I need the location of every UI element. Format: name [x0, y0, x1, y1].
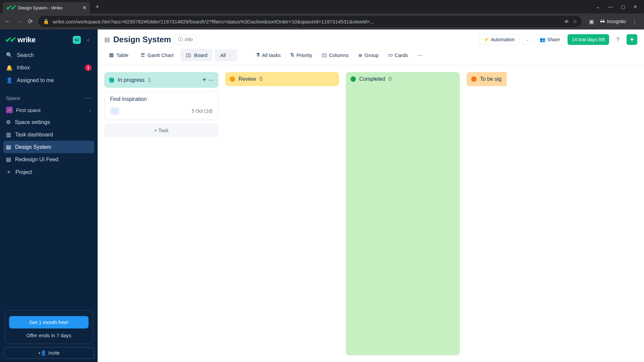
new-tab-button[interactable]: + [93, 2, 102, 11]
filter-all-dropdown[interactable]: All ⌄ [215, 49, 237, 61]
sidebar-item-design-system[interactable]: ▤ Design System [3, 141, 94, 153]
kanban-board: In progress 1 + ⋯ Find Inspiration 📨 5 O… [98, 65, 644, 362]
bookmark-icon[interactable]: ☆ [573, 18, 577, 24]
view-tab-table[interactable]: ▦ Table [104, 49, 133, 61]
browser-menu-icon[interactable]: ⋮ [632, 18, 637, 25]
close-tab-icon[interactable]: ✕ [83, 5, 87, 10]
toolbar-priority[interactable]: ⇅ Priority [287, 50, 316, 60]
share-button[interactable]: 👥 Share [535, 34, 564, 45]
group-icon: ≣ [358, 52, 363, 58]
sidebar-item-task-dashboard[interactable]: ▥ Task dashboard [3, 128, 94, 141]
promo-card: Get 1 month free! Offer ends in 7 days [5, 310, 93, 344]
toolbar-group[interactable]: ≣ Group [355, 50, 382, 60]
sidebar-assigned[interactable]: 👤 Assigned to me [3, 74, 94, 86]
sidebar: ✔✔ wrike SJ ‹ 🔍 Search 🔔 Inbox 1 👤 Assig… [0, 29, 98, 362]
create-button[interactable]: + [627, 34, 637, 45]
extensions-icon[interactable]: ▣ [589, 18, 594, 25]
info-icon: ⓘ [178, 37, 183, 43]
invite-button[interactable]: +👤 Invite [3, 347, 94, 359]
plus-icon: + [630, 36, 634, 44]
column-header-in-progress[interactable]: In progress 1 + ⋯ [104, 72, 218, 88]
sidebar-inbox[interactable]: 🔔 Inbox 1 [3, 61, 94, 74]
lock-icon: 🔒 [43, 18, 49, 24]
dashboard-icon: ▥ [6, 131, 11, 138]
space-menu-icon[interactable]: ⋯ [84, 94, 92, 102]
hide-tracking-icon[interactable]: 👁 [564, 19, 569, 24]
incognito-icon: 🕶 [600, 19, 605, 24]
table-icon: ▦ [109, 52, 114, 58]
chevron-down-icon: ⌄ [228, 53, 232, 57]
view-tab-gantt[interactable]: ☰ Gantt Chart [136, 49, 178, 61]
trial-badge[interactable]: 14 trial days left [568, 34, 609, 45]
status-dot-yellow [230, 76, 235, 82]
space-icon: 📣 [6, 107, 13, 113]
column-header-completed[interactable]: Completed 0 [346, 72, 460, 86]
maximize-icon[interactable]: ▢ [621, 4, 625, 9]
plus-icon: ＋ [6, 169, 11, 176]
sidebar-item-space-settings[interactable]: ⚙ Space settings [3, 116, 94, 128]
add-card-icon[interactable]: + [202, 76, 206, 84]
back-icon[interactable]: ← [4, 18, 11, 25]
status-dot-orange [471, 76, 477, 82]
columns-icon: ▯▯ [322, 52, 327, 58]
space-section-label: Space ⋯ [3, 86, 94, 104]
sidebar-item-redesign-ui-feed[interactable]: ▤ Redesign UI Feed [3, 153, 94, 166]
invite-icon: +👤 [38, 350, 46, 356]
column-review: Review 0 [225, 72, 339, 355]
view-tab-board[interactable]: ▯▯ Board [181, 49, 212, 61]
browser-tab[interactable]: ✔✔ Design System - Wrike ✕ [3, 2, 90, 13]
main-content: ▤ Design System ⓘ Info ⚡ Automation ⌄ 👥 … [98, 29, 644, 362]
promo-button[interactable]: Get 1 month free! [9, 316, 89, 328]
automation-dropdown[interactable]: ⌄ [523, 35, 532, 45]
column-completed: Completed 0 [346, 72, 460, 355]
column-menu-icon[interactable]: ⋯ [208, 77, 214, 83]
chevron-down-icon: ⌄ [526, 37, 529, 42]
toolbar-more[interactable]: ⋯ [414, 50, 426, 60]
info-button[interactable]: ⓘ Info [174, 35, 196, 44]
task-card[interactable]: Find Inspiration 📨 5 Oct (1d) [104, 91, 218, 120]
column-header-to-be-signed[interactable]: To be sig [467, 72, 507, 86]
browser-titlebar: ✔✔ Design System - Wrike ✕ + ⌄ ― ▢ ✕ [0, 0, 644, 13]
search-icon: 🔍 [6, 52, 13, 58]
collapse-sidebar-icon[interactable]: ‹ [84, 36, 92, 44]
help-button[interactable]: ？ [612, 34, 623, 45]
status-dot-teal [109, 77, 114, 83]
close-window-icon[interactable]: ✕ [633, 4, 637, 9]
project-icon: ▤ [6, 156, 11, 163]
filter-icon: ⚗ [256, 52, 260, 58]
wrike-logo[interactable]: ✔✔ wrike [5, 36, 36, 44]
automation-button[interactable]: ⚡ Automation [479, 34, 519, 45]
wrike-logo-mark: ✔✔ [5, 36, 15, 44]
column-in-progress: In progress 1 + ⋯ Find Inspiration 📨 5 O… [104, 72, 218, 355]
task-type-icon: 📨 [110, 107, 119, 115]
space-selector[interactable]: 📣 First space ⌄ [3, 104, 94, 116]
sidebar-search[interactable]: 🔍 Search [3, 49, 94, 61]
minimize-icon[interactable]: ― [608, 4, 613, 9]
reload-icon[interactable]: ⟳ [27, 18, 34, 25]
user-icon: 👤 [6, 77, 13, 83]
toolbar-columns[interactable]: ▯▯ Columns [318, 50, 352, 60]
page-title: Design System [113, 35, 171, 44]
forward-icon[interactable]: → [15, 18, 22, 25]
toolbar-all-tasks[interactable]: ⚗ All tasks [252, 50, 284, 60]
sidebar-add-project[interactable]: ＋ Project [3, 166, 94, 179]
url-text: wrike.com/workspace.htm?acc=6250782#fold… [53, 19, 374, 24]
help-icon: ？ [615, 36, 621, 44]
toolbar-cards[interactable]: ▭ Cards [385, 50, 412, 60]
window-controls: ⌄ ― ▢ ✕ [596, 4, 644, 9]
column-header-review[interactable]: Review 0 [225, 72, 339, 86]
tab-title: Design System - Wrike [18, 5, 62, 10]
cards-icon: ▭ [388, 52, 393, 58]
add-task-button[interactable]: + Task [104, 123, 218, 137]
url-field[interactable]: 🔒 wrike.com/workspace.htm?acc=6250782#fo… [38, 16, 582, 27]
chevron-down-icon: ⌄ [88, 108, 92, 112]
task-due-date: 5 Oct (1d) [192, 108, 213, 114]
gear-icon: ⚙ [6, 119, 11, 125]
inbox-badge: 1 [85, 64, 92, 71]
tab-search-icon[interactable]: ⌄ [596, 4, 600, 9]
project-icon: ▤ [6, 144, 11, 150]
avatar[interactable]: SJ [73, 36, 81, 44]
task-card-title: Find Inspiration [110, 96, 213, 102]
board-icon: ▯▯ [186, 52, 191, 58]
bell-icon: 🔔 [6, 65, 13, 71]
